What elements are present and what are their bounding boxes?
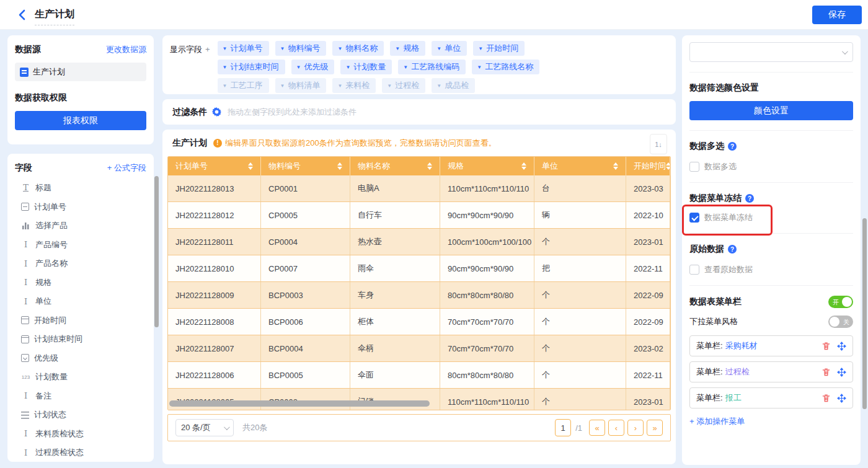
dropdown-style-toggle-off[interactable]: 关	[828, 316, 853, 328]
trash-icon[interactable]	[822, 368, 831, 377]
field-item-产品编号[interactable]: 产品编号	[15, 236, 146, 255]
sort-arrows-icon[interactable]	[427, 162, 432, 170]
field-item-优先级[interactable]: 优先级	[15, 349, 146, 368]
display-field-chip-计划结束时间[interactable]: ▼计划结束时间	[218, 60, 285, 74]
prev-page-button[interactable]: ‹	[608, 420, 624, 436]
list-icon	[21, 411, 29, 419]
sort-arrows-icon[interactable]	[613, 162, 618, 170]
first-page-button[interactable]: «	[589, 420, 605, 436]
display-field-chip-工艺路线编码[interactable]: ▼工艺路线编码	[398, 60, 466, 74]
column-header-规格[interactable]: 规格	[440, 157, 534, 175]
display-field-chip-来料检[interactable]: ▼来料检	[332, 78, 376, 93]
sort-arrows-icon[interactable]	[521, 162, 526, 170]
display-field-chip-物料名称[interactable]: ▼物料名称	[332, 41, 384, 56]
field-item-产品名称[interactable]: 产品名称	[15, 254, 146, 273]
display-field-chip-优先级[interactable]: ▼优先级	[291, 60, 335, 74]
move-icon[interactable]	[837, 394, 846, 403]
display-field-chip-计划单号[interactable]: ▼计划单号	[218, 41, 269, 56]
back-icon[interactable]	[16, 9, 29, 21]
last-page-button[interactable]: »	[647, 420, 663, 436]
display-field-chip-物料清单[interactable]: ▼物料清单	[275, 78, 327, 93]
table-row[interactable]: JH20221128011CP0004热水壶100cm*100cm*100/10…	[168, 229, 670, 255]
display-field-chip-开始时间[interactable]: ▼开始时间	[473, 41, 525, 56]
table-horizontal-scrollbar[interactable]	[169, 400, 430, 407]
table-row[interactable]: JH20221128010CP0007雨伞90cm*90cm*90/90把202…	[168, 255, 670, 282]
checkbox-unchecked[interactable]	[689, 265, 699, 275]
add-action-menu-link[interactable]: + 添加操作菜单	[689, 416, 745, 427]
checkbox-unchecked[interactable]	[689, 162, 699, 172]
sort-tool-button[interactable]: 1↓	[650, 134, 667, 154]
field-item-计划数量[interactable]: 123计划数量	[15, 368, 146, 387]
table-row[interactable]: JH20221128008BCP0006柜体70cm*70cm*70/70个20…	[168, 309, 670, 335]
column-header-计划单号[interactable]: 计划单号	[168, 157, 261, 175]
report-permission-button[interactable]: 报表权限	[15, 111, 146, 130]
field-item-计划结束时间[interactable]: 计划结束时间	[15, 330, 146, 349]
column-header-开始时间[interactable]: 开始时间	[626, 157, 670, 175]
column-header-物料编号[interactable]: 物料编号	[261, 157, 350, 175]
table-cell: 个	[534, 335, 626, 361]
sort-arrows-icon[interactable]	[248, 162, 253, 170]
column-header-物料名称[interactable]: 物料名称	[350, 157, 440, 175]
fields-scrollbar[interactable]	[154, 176, 159, 327]
display-field-chip-物料编号[interactable]: ▼物料编号	[275, 41, 327, 56]
filter-panel[interactable]: 过滤条件 拖动左侧字段到此处来添加过滤条件	[162, 99, 676, 125]
sort-arrows-icon[interactable]	[337, 162, 342, 170]
move-icon[interactable]	[837, 342, 846, 351]
display-field-chip-规格[interactable]: ▼规格	[390, 41, 425, 56]
table-row[interactable]: JH20221128012CP0005自行车90cm*90cm*90/90辆20…	[168, 202, 670, 229]
page-number-input[interactable]	[555, 419, 571, 436]
next-page-button[interactable]: ›	[627, 420, 644, 436]
display-field-chip-单位[interactable]: ▼单位	[432, 41, 467, 56]
add-formula-field-link[interactable]: + 公式字段	[107, 162, 146, 174]
table-row[interactable]: JH20221128013CP0001电脑A110cm*110cm*110/11…	[168, 175, 670, 202]
table-row[interactable]: JH20221128007BCP0004伞柄70cm*70cm*70/70个20…	[168, 335, 670, 362]
help-icon[interactable]: ?	[745, 194, 754, 203]
sort-arrows-icon[interactable]	[666, 162, 670, 170]
color-setting-button[interactable]: 颜色设置	[689, 101, 853, 120]
display-field-chip-成品检[interactable]: ▼成品检	[432, 78, 475, 93]
display-field-chip-工艺路线名称[interactable]: ▼工艺路线名称	[472, 60, 539, 74]
table-cell: 雨伞	[350, 255, 440, 281]
help-icon[interactable]: ?	[728, 245, 737, 254]
help-icon[interactable]: ?	[728, 142, 737, 151]
field-item-过程质检状态[interactable]: 过程质检状态	[15, 443, 146, 462]
move-icon[interactable]	[837, 368, 846, 377]
field-item-备注[interactable]: 备注	[15, 387, 146, 406]
menu-freeze-checkbox-row[interactable]: 数据菜单冻结	[689, 212, 853, 223]
field-item-计划状态[interactable]: 计划状态	[15, 405, 146, 425]
datasource-item[interactable]: 生产计划	[15, 63, 146, 81]
table-cell: JH20221128012	[168, 202, 261, 228]
save-button[interactable]: 保存	[812, 6, 862, 24]
display-field-chip-过程检[interactable]: ▼过程检	[382, 78, 425, 93]
field-item-标题[interactable]: 标题	[15, 179, 146, 198]
settings-dropdown[interactable]	[689, 42, 853, 62]
field-item-来料质检状态[interactable]: 来料质检状态	[15, 425, 146, 444]
multi-select-checkbox-row[interactable]: 数据多选	[689, 161, 853, 172]
table-row[interactable]: JH20221128009BCP0003车身80cm*80cm*80/80个20…	[168, 282, 670, 309]
display-field-chip-计划数量[interactable]: ▼计划数量	[340, 60, 392, 74]
table-menu-toggle-on[interactable]: 开	[828, 296, 853, 308]
trash-icon[interactable]	[822, 394, 831, 403]
field-item-选择产品[interactable]: 选择产品	[15, 216, 146, 236]
field-item-开始时间[interactable]: 开始时间	[15, 311, 146, 330]
add-display-field-button[interactable]: +	[205, 45, 210, 54]
table-row[interactable]: JH20221128005CP0003门锁110cm*110cm*110/110…	[168, 389, 670, 410]
change-datasource-link[interactable]: 更改数据源	[106, 44, 146, 55]
column-header-单位[interactable]: 单位	[534, 157, 626, 175]
trash-icon[interactable]	[822, 342, 831, 351]
table-cell: 伞面	[350, 362, 440, 388]
menu-card-name[interactable]: 报工	[725, 392, 742, 404]
page-size-select[interactable]: 20 条/页	[175, 419, 234, 436]
field-item-单位[interactable]: 单位	[15, 292, 146, 311]
gear-icon[interactable]	[212, 107, 221, 117]
checkbox-checked[interactable]	[689, 213, 699, 223]
display-field-chip-工艺工序[interactable]: ▼工艺工序	[218, 78, 269, 93]
menu-card-name[interactable]: 采购耗材	[725, 340, 758, 351]
field-item-计划单号[interactable]: 计划单号	[15, 198, 146, 217]
table-row[interactable]: JH20221128006BCP0005伞面80cm*80cm*80/80个20…	[168, 362, 670, 389]
chip-label: 来料检	[345, 80, 370, 91]
menu-card-name[interactable]: 过程检	[725, 366, 750, 377]
page-scrollbar[interactable]	[862, 218, 867, 409]
raw-data-checkbox-row[interactable]: 查看原始数据	[689, 264, 853, 275]
field-item-规格[interactable]: 规格	[15, 273, 146, 293]
